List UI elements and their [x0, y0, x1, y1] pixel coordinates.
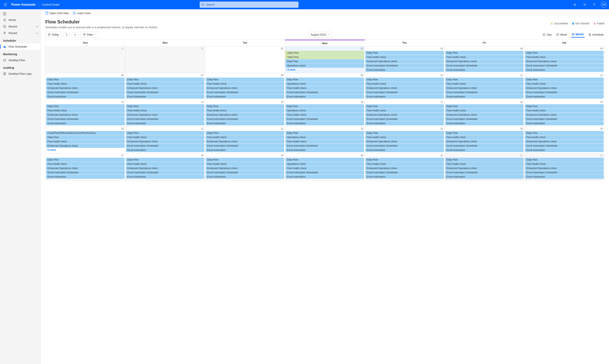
calendar-event[interactable]: Excel Automation — [206, 175, 284, 179]
calendar-event[interactable]: Excel Automation Scheduled — [445, 64, 524, 67]
calendar-day[interactable]: 11Daily FlowFlow health checkEnhanced Op… — [445, 73, 525, 100]
calendar-event[interactable]: Flow health check — [285, 166, 364, 170]
filter-button[interactable]: Filter — [81, 32, 98, 38]
calendar-event[interactable]: Daily Flow — [445, 78, 524, 81]
calendar-event[interactable]: Enhanced Operations check — [365, 140, 444, 143]
calendar-event[interactable]: Excel Automation Scheduled — [525, 91, 604, 94]
calendar-day[interactable]: 30Daily FlowOperations checkFlow health … — [285, 153, 365, 180]
calendar-event[interactable]: Daily Flow — [46, 158, 125, 162]
calendar-event[interactable]: Excel Automation — [285, 175, 364, 179]
calendar-event[interactable]: Excel Automation — [445, 95, 524, 99]
calendar-event[interactable]: Flow health check — [285, 86, 364, 90]
calendar-event[interactable]: Enhanced Operations check — [206, 86, 284, 90]
calendar-event[interactable]: Flow health check — [525, 55, 604, 59]
calendar-event[interactable]: Enhanced Operations check — [206, 140, 284, 143]
calendar-event[interactable]: Excel Automation Scheduled — [285, 144, 364, 148]
calendar-event[interactable]: Excel Automation — [445, 68, 524, 72]
calendar-event[interactable]: Excel Automation — [126, 148, 204, 152]
calendar-day[interactable]: 01Daily FlowFlow health checkEnhanced Op… — [445, 153, 525, 180]
calendar-day[interactable]: 01 — [205, 46, 285, 73]
calendar-event[interactable]: Daily Flow — [525, 158, 604, 162]
calendar-event[interactable]: Enhanced Operations check — [365, 86, 444, 90]
calendar-event[interactable]: Daily Flow — [285, 55, 364, 59]
calendar-day[interactable]: 07Daily FlowFlow health checkEnhanced Op… — [125, 73, 205, 100]
calendar-event[interactable]: Daily Flow — [445, 131, 524, 135]
learn-more-button[interactable]: Learn more — [73, 12, 91, 15]
calendar-day[interactable]: 18Daily FlowFlow health checkEnhanced Op… — [445, 100, 525, 127]
calendar-event[interactable]: Daily Flow — [365, 78, 444, 81]
search-input[interactable] — [200, 1, 298, 8]
calendar-day[interactable]: 09Daily FlowOperations checkFlow health … — [285, 73, 365, 100]
calendar-event[interactable]: Enhanced Operations check — [445, 166, 524, 170]
calendar-event[interactable]: CloudFlowToReceiveItemsCountFromLibrary — [46, 131, 125, 135]
calendar-event[interactable]: Flow health check — [445, 82, 524, 86]
calendar-event[interactable]: Flow health check — [46, 109, 125, 113]
calendar-event[interactable]: Operations check — [285, 109, 364, 113]
calendar-event[interactable]: Daily Flow — [285, 104, 364, 108]
more-events-link[interactable]: +2 more — [46, 148, 125, 152]
calendar-event[interactable]: Flow health check — [206, 109, 284, 113]
app-launcher-icon[interactable] — [2, 1, 9, 8]
calendar-event[interactable]: Daily Flow — [525, 104, 604, 108]
calendar-event[interactable]: Daily Flow — [525, 131, 604, 135]
calendar-event[interactable]: Daily Flow — [525, 78, 604, 81]
sidebar-item-desktop-logs[interactable]: Desktop Flow Logs — [0, 70, 41, 77]
view-schedule[interactable]: Schedule — [588, 32, 604, 38]
calendar-event[interactable]: Flow health check — [46, 162, 125, 166]
calendar-event[interactable]: Enhanced Operations check — [445, 140, 524, 143]
calendar-event[interactable]: Enhanced Operations check — [525, 59, 604, 63]
calendar-event[interactable]: Excel Automation — [126, 121, 204, 125]
calendar-event[interactable]: Excel Automation Scheduled — [206, 144, 284, 148]
calendar-event[interactable]: Flow health check — [285, 140, 364, 143]
calendar-day[interactable]: 17Daily FlowFlow health checkEnhanced Op… — [365, 100, 445, 127]
calendar-event[interactable]: Excel Automation — [525, 68, 604, 72]
calendar-event[interactable]: Daily Flow — [126, 158, 204, 162]
calendar-event[interactable]: Excel Automation — [445, 148, 524, 152]
calendar-event[interactable]: Excel Automation Scheduled — [525, 64, 604, 67]
calendar-day[interactable]: 16Daily FlowOperations checkFlow health … — [285, 100, 365, 127]
calendar-event[interactable]: Excel Automation — [525, 95, 604, 99]
calendar-event[interactable]: Excel Automation Scheduled — [126, 170, 204, 174]
calendar-event[interactable]: Excel Automation Scheduled — [285, 117, 364, 121]
calendar-event[interactable]: Flow health check — [445, 109, 524, 113]
calendar-event[interactable]: Excel Automation — [206, 121, 284, 125]
calendar-event[interactable]: Excel Automation Scheduled — [206, 117, 284, 121]
calendar-event[interactable]: Excel Automation Scheduled — [365, 117, 444, 121]
calendar-event[interactable]: Excel Automation — [365, 148, 444, 152]
breadcrumb[interactable]: Control Center — [39, 3, 63, 6]
view-day[interactable]: Day — [542, 32, 552, 38]
calendar-event[interactable]: Daily Flow — [365, 104, 444, 108]
calendar-day[interactable]: 28Daily FlowFlow health checkEnhanced Op… — [125, 153, 205, 180]
next-button[interactable] — [72, 32, 79, 37]
settings-icon[interactable] — [582, 1, 588, 8]
calendar-event[interactable]: Excel Automation — [285, 95, 364, 99]
calendar-event[interactable]: Daily Flow — [445, 158, 524, 162]
calendar-event[interactable]: Enhanced Operations check — [445, 86, 524, 90]
calendar-event[interactable]: Excel Automation Scheduled — [365, 64, 444, 67]
calendar-event[interactable]: Excel Automation Scheduled — [46, 170, 125, 174]
calendar-event[interactable]: Enhanced Operations check — [206, 166, 284, 170]
calendar-event[interactable]: Enhanced Operations check — [525, 140, 604, 143]
more-events-link[interactable]: +3 more — [285, 68, 364, 71]
calendar-event[interactable]: Operations check — [285, 82, 364, 86]
calendar-day[interactable]: 30 — [46, 46, 125, 73]
calendar-event[interactable]: Flow health check — [206, 82, 284, 86]
calendar-day[interactable]: 29Daily FlowFlow health checkEnhanced Op… — [205, 153, 285, 180]
calendar-event[interactable]: Enhanced Operations check — [525, 166, 604, 170]
calendar-event[interactable]: Flow health check — [525, 162, 604, 166]
calendar-event[interactable]: Flow health check — [525, 82, 604, 86]
calendar-event[interactable]: Daily Flow — [126, 78, 204, 81]
calendar-event[interactable]: Daily Flow — [206, 78, 284, 81]
calendar-event[interactable]: Daily Flow — [365, 158, 444, 162]
calendar-day[interactable]: 31 — [125, 46, 205, 73]
calendar-event[interactable]: Operations check — [285, 135, 364, 139]
today-button[interactable]: Today — [45, 32, 61, 38]
menu-toggle-icon[interactable] — [0, 11, 41, 17]
calendar-event[interactable]: Excel Automation — [126, 175, 204, 179]
calendar-event[interactable]: Flow health check — [445, 55, 524, 59]
calendar-event[interactable]: Daily Flow — [206, 158, 284, 162]
calendar-event[interactable]: Enhanced Operations check — [206, 113, 284, 117]
calendar-day[interactable]: 06Daily FlowFlow health checkEnhanced Op… — [46, 73, 125, 100]
calendar-event[interactable]: Excel Automation — [285, 121, 364, 125]
calendar-event[interactable]: Enhanced Operations check — [46, 144, 125, 148]
